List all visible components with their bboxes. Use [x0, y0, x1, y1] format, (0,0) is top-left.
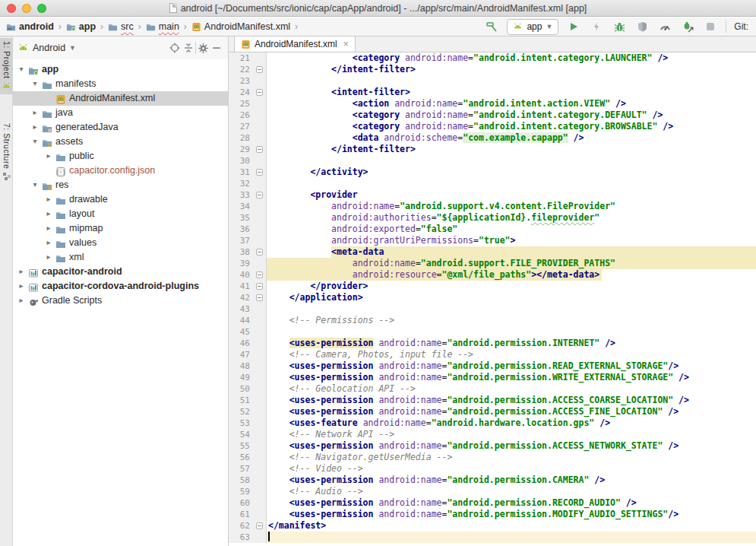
build-hammer-icon[interactable]: [484, 19, 499, 34]
line-number: 46: [229, 338, 253, 349]
breadcrumb-item-androidmanifest-xml[interactable]: AndroidManifest.xml: [191, 21, 290, 32]
gutter-fold-column: [253, 452, 267, 463]
tree-collapse-arrow-icon[interactable]: ▸: [30, 122, 40, 131]
stop-square-icon[interactable]: [703, 19, 718, 34]
tool-button-project[interactable]: 1: Project: [0, 38, 13, 94]
code-text: android:grantUriPermissions="true">: [267, 235, 756, 246]
code-text: android:name="android.support.v4.content…: [267, 201, 756, 212]
line-number: 40: [229, 269, 253, 281]
folder-module-icon: [28, 65, 39, 75]
tree-item-java[interactable]: ▸java: [13, 106, 228, 120]
tree-item-xml[interactable]: ▸xml: [13, 250, 228, 265]
breadcrumb-item-app[interactable]: app: [66, 21, 96, 32]
chevron-down-icon: ▼: [546, 23, 552, 30]
code-text: <!-- Permissions -->: [267, 315, 756, 326]
breadcrumb-item-src[interactable]: src: [108, 21, 134, 32]
gear-icon[interactable]: [196, 41, 210, 55]
debug-bug-icon[interactable]: [612, 19, 627, 34]
fold-marker-icon[interactable]: [256, 271, 263, 278]
fold-marker-icon[interactable]: [256, 66, 263, 73]
code-editor[interactable]: 21 <category android:name="android.inten…: [229, 52, 756, 546]
line-number: 25: [229, 98, 253, 110]
code-line-45: 45: [229, 326, 756, 338]
code-text: <!-- Network API -->: [267, 429, 756, 440]
run-play-icon[interactable]: [566, 19, 581, 34]
project-panel: Android ▼ ▾app▾manifestsAndroidManifest.…: [13, 37, 229, 546]
fold-marker-icon[interactable]: [256, 169, 263, 176]
line-number: 62: [229, 520, 253, 532]
document-icon: [169, 3, 177, 13]
gutter-fold-column: [253, 292, 267, 303]
code-text: <action android:name="android.intent.act…: [267, 98, 756, 110]
tool-button-structure[interactable]: 7: Structure: [0, 120, 13, 184]
code-line-46: 46 <uses-permission android:name="androi…: [229, 338, 756, 349]
tree-expand-arrow-icon[interactable]: ▾: [30, 137, 40, 145]
tree-item-manifests[interactable]: ▾manifests: [13, 77, 228, 91]
tree-collapse-arrow-icon[interactable]: ▸: [44, 195, 53, 203]
coverage-shield-icon[interactable]: [634, 19, 650, 34]
tree-item-assets[interactable]: ▾assets: [13, 135, 228, 149]
tree-collapse-arrow-icon[interactable]: ▸: [44, 252, 53, 261]
locate-icon[interactable]: [168, 41, 182, 55]
tree-item-mipmap[interactable]: ▸mipmap: [13, 221, 228, 236]
attach-debugger-icon[interactable]: [680, 19, 695, 34]
tree-item-drawable[interactable]: ▸drawable: [13, 192, 228, 207]
fold-marker-icon[interactable]: [256, 522, 263, 529]
code-text: android:exported="false": [267, 224, 756, 235]
tree-item-public[interactable]: ▸public: [13, 149, 228, 163]
tree-item-androidmanifest-xml[interactable]: AndroidManifest.xml: [13, 91, 228, 106]
line-number: 24: [229, 87, 253, 98]
line-number: 39: [229, 258, 253, 269]
code-line-51: 51 <uses-permission android:name="androi…: [229, 395, 756, 406]
collapse-all-icon[interactable]: [182, 41, 195, 55]
tree-expand-arrow-icon[interactable]: ▾: [30, 79, 40, 87]
tree-collapse-arrow-icon[interactable]: ▸: [44, 238, 53, 246]
code-line-42: 42 </application>: [229, 292, 756, 303]
tree-item-layout[interactable]: ▸layout: [13, 207, 228, 221]
fold-marker-icon[interactable]: [256, 89, 263, 96]
tree-expand-arrow-icon[interactable]: ▾: [30, 180, 40, 189]
tree-item-capacitor-android[interactable]: ▸capacitor-android: [13, 265, 228, 279]
project-tree[interactable]: ▾app▾manifestsAndroidManifest.xml▸java▸g…: [13, 62, 228, 308]
tree-item-gradle-scripts[interactable]: ▸Gradle Scripts: [13, 294, 228, 308]
code-text: <!-- Navigator.getUserMedia -->: [267, 452, 756, 463]
tree-item-res[interactable]: ▾res: [13, 178, 228, 192]
run-configuration-select[interactable]: app ▼: [507, 19, 558, 35]
apply-changes-lightning-icon[interactable]: [589, 19, 604, 34]
gutter-fold-column: [253, 497, 267, 509]
code-text: </application>: [267, 292, 756, 303]
minimize-panel-icon[interactable]: [210, 41, 223, 55]
fold-marker-icon[interactable]: [256, 249, 263, 256]
fold-marker-icon[interactable]: [256, 146, 263, 153]
breadcrumb-item-android[interactable]: android: [6, 21, 54, 32]
tree-collapse-arrow-icon[interactable]: ▸: [17, 281, 26, 290]
profiler-gauge-icon[interactable]: [657, 19, 672, 34]
tab-androidmanifest[interactable]: AndroidManifest.xml ×: [234, 36, 356, 52]
fold-marker-icon[interactable]: [256, 192, 263, 198]
fold-marker-icon[interactable]: [256, 294, 263, 301]
fold-marker-icon[interactable]: [256, 283, 263, 290]
project-view-selector[interactable]: Android: [33, 43, 65, 53]
code-line-24: 24 <intent-filter>: [229, 87, 756, 98]
tree-collapse-arrow-icon[interactable]: ▸: [17, 296, 26, 304]
tree-collapse-arrow-icon[interactable]: ▸: [44, 151, 53, 160]
tree-collapse-arrow-icon[interactable]: ▸: [44, 224, 53, 232]
tree-collapse-arrow-icon[interactable]: ▸: [44, 209, 53, 217]
tree-item-generatedjava[interactable]: ▸generatedJava: [13, 120, 228, 135]
line-number: 35: [229, 212, 253, 224]
window-title-wrap: android [~/Documents/src/ionic/cap/capAp…: [0, 3, 756, 14]
tree-item-app[interactable]: ▾app: [13, 62, 228, 77]
android-head-icon: [513, 22, 523, 32]
tree-collapse-arrow-icon[interactable]: ▸: [17, 267, 26, 275]
close-icon[interactable]: ×: [343, 39, 349, 49]
tree-item-capacitor-config-json[interactable]: {·}capacitor.config.json: [13, 163, 228, 178]
tree-expand-arrow-icon[interactable]: ▾: [17, 65, 26, 73]
code-text: android:authorities="${applicationId}.fi…: [267, 212, 756, 224]
code-line-49: 49 <uses-permission android:name="androi…: [229, 372, 756, 383]
line-number: 22: [229, 64, 253, 75]
breadcrumb-item-main[interactable]: main: [146, 21, 179, 32]
code-line-62: 62</manifest>: [229, 520, 756, 532]
tree-collapse-arrow-icon[interactable]: ▸: [30, 108, 40, 116]
tree-item-capacitor-cordova-android-plugins[interactable]: ▸capacitor-cordova-android-plugins: [13, 279, 228, 294]
tree-item-values[interactable]: ▸values: [13, 236, 228, 250]
